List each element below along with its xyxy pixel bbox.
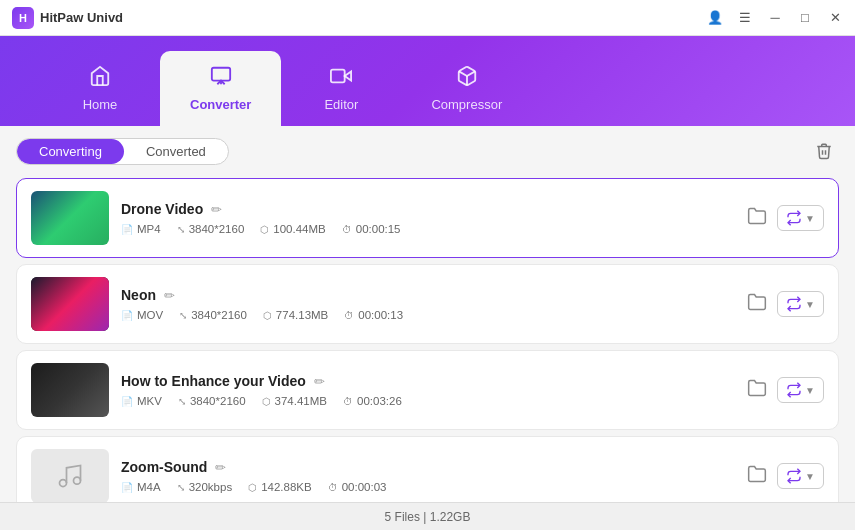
file-thumbnail: [31, 449, 109, 502]
sub-tabs-group: Converting Converted: [16, 138, 229, 165]
edit-icon[interactable]: ✏: [164, 288, 175, 303]
file-thumbnail: [31, 363, 109, 417]
file-type: 📄 MOV: [121, 309, 163, 321]
file-duration: ⏱ 00:00:13: [344, 309, 403, 321]
file-resolution: ⤡ 320kbps: [177, 481, 232, 493]
convert-format-button[interactable]: ▼: [777, 205, 824, 231]
minimize-button[interactable]: ─: [767, 10, 783, 26]
file-list: Drone Video ✏ 📄 MP4 ⤡ 3840*2160 ⬡ 100.44…: [0, 174, 855, 502]
file-actions: ▼: [747, 291, 824, 317]
tab-home[interactable]: Home: [40, 51, 160, 126]
file-actions: ▼: [747, 377, 824, 403]
resolution-icon: ⤡: [179, 310, 187, 321]
file-info: Zoom-Sound ✏ 📄 M4A ⤡ 320kbps ⬡ 142.88KB: [121, 459, 735, 493]
account-button[interactable]: 👤: [707, 10, 723, 26]
file-thumbnail: [31, 277, 109, 331]
open-folder-button[interactable]: [747, 292, 767, 317]
file-actions: ▼: [747, 463, 824, 489]
sub-tabs-bar: Converting Converted: [0, 126, 855, 174]
file-thumbnail: [31, 191, 109, 245]
file-meta: 📄 M4A ⤡ 320kbps ⬡ 142.88KB ⏱ 00:00:03: [121, 481, 735, 493]
file-info: Drone Video ✏ 📄 MP4 ⤡ 3840*2160 ⬡ 100.44…: [121, 201, 735, 235]
tab-converter-label: Converter: [190, 97, 251, 112]
home-icon: [89, 65, 111, 92]
size-icon: ⬡: [262, 396, 271, 407]
file-info: Neon ✏ 📄 MOV ⤡ 3840*2160 ⬡ 774.13MB: [121, 287, 735, 321]
convert-dropdown-arrow: ▼: [805, 213, 815, 224]
file-name-row: Neon ✏: [121, 287, 735, 303]
edit-icon[interactable]: ✏: [215, 460, 226, 475]
title-bar: H HitPaw Univd 👤 ☰ ─ □ ✕: [0, 0, 855, 36]
open-folder-button[interactable]: [747, 464, 767, 489]
table-row[interactable]: Zoom-Sound ✏ 📄 M4A ⤡ 320kbps ⬡ 142.88KB: [16, 436, 839, 502]
file-meta: 📄 MKV ⤡ 3840*2160 ⬡ 374.41MB ⏱ 00:03:26: [121, 395, 735, 407]
file-name: How to Enhance your Video: [121, 373, 306, 389]
content-area: Converting Converted Drone Video ✏: [0, 126, 855, 530]
file-duration: ⏱ 00:03:26: [343, 395, 402, 407]
size-icon: ⬡: [260, 224, 269, 235]
file-size: ⬡ 100.44MB: [260, 223, 325, 235]
converter-icon: [210, 65, 232, 92]
file-size: ⬡ 374.41MB: [262, 395, 327, 407]
svg-point-6: [74, 477, 81, 484]
editor-icon: [330, 65, 352, 92]
file-type: 📄 MKV: [121, 395, 162, 407]
file-name-row: Zoom-Sound ✏: [121, 459, 735, 475]
open-folder-button[interactable]: [747, 206, 767, 231]
maximize-button[interactable]: □: [797, 10, 813, 26]
file-meta: 📄 MOV ⤡ 3840*2160 ⬡ 774.13MB ⏱ 00:00:13: [121, 309, 735, 321]
tab-editor-label: Editor: [324, 97, 358, 112]
resolution-icon: ⤡: [177, 224, 185, 235]
table-row[interactable]: Drone Video ✏ 📄 MP4 ⤡ 3840*2160 ⬡ 100.44…: [16, 178, 839, 258]
open-folder-button[interactable]: [747, 378, 767, 403]
file-type-icon: 📄: [121, 396, 133, 407]
status-text: 5 Files | 1.22GB: [385, 510, 471, 524]
sub-tab-converting[interactable]: Converting: [17, 139, 124, 164]
tab-editor[interactable]: Editor: [281, 51, 401, 126]
file-duration: ⏱ 00:00:03: [328, 481, 387, 493]
menu-button[interactable]: ☰: [737, 10, 753, 26]
file-size: ⬡ 774.13MB: [263, 309, 328, 321]
table-row[interactable]: Neon ✏ 📄 MOV ⤡ 3840*2160 ⬡ 774.13MB: [16, 264, 839, 344]
convert-format-button[interactable]: ▼: [777, 377, 824, 403]
file-type-icon: 📄: [121, 224, 133, 235]
edit-icon[interactable]: ✏: [211, 202, 222, 217]
duration-icon: ⏱: [344, 310, 354, 321]
duration-icon: ⏱: [328, 482, 338, 493]
file-actions: ▼: [747, 205, 824, 231]
sub-tab-converted[interactable]: Converted: [124, 139, 228, 164]
app-title: HitPaw Univd: [40, 10, 123, 25]
tab-converter[interactable]: Converter: [160, 51, 281, 126]
file-size: ⬡ 142.88KB: [248, 481, 312, 493]
size-icon: ⬡: [248, 482, 257, 493]
tab-home-label: Home: [83, 97, 118, 112]
delete-all-button[interactable]: [809, 136, 839, 166]
convert-dropdown-arrow: ▼: [805, 385, 815, 396]
file-type-icon: 📄: [121, 482, 133, 493]
size-icon: ⬡: [263, 310, 272, 321]
svg-rect-0: [212, 68, 230, 81]
logo-icon: H: [12, 7, 34, 29]
file-resolution: ⤡ 3840*2160: [178, 395, 246, 407]
status-bar: 5 Files | 1.22GB: [0, 502, 855, 530]
file-name-row: How to Enhance your Video ✏: [121, 373, 735, 389]
edit-icon[interactable]: ✏: [314, 374, 325, 389]
file-resolution: ⤡ 3840*2160: [179, 309, 247, 321]
file-type: 📄 MP4: [121, 223, 161, 235]
file-name: Zoom-Sound: [121, 459, 207, 475]
duration-icon: ⏱: [342, 224, 352, 235]
window-controls: 👤 ☰ ─ □ ✕: [707, 10, 843, 26]
convert-format-button[interactable]: ▼: [777, 463, 824, 489]
convert-dropdown-arrow: ▼: [805, 299, 815, 310]
svg-marker-2: [345, 71, 351, 80]
compressor-icon: [456, 65, 478, 92]
svg-point-5: [60, 480, 67, 487]
convert-format-button[interactable]: ▼: [777, 291, 824, 317]
tab-compressor[interactable]: Compressor: [401, 51, 532, 126]
convert-dropdown-arrow: ▼: [805, 471, 815, 482]
duration-icon: ⏱: [343, 396, 353, 407]
file-type: 📄 M4A: [121, 481, 161, 493]
table-row[interactable]: How to Enhance your Video ✏ 📄 MKV ⤡ 3840…: [16, 350, 839, 430]
close-button[interactable]: ✕: [827, 10, 843, 26]
file-info: How to Enhance your Video ✏ 📄 MKV ⤡ 3840…: [121, 373, 735, 407]
